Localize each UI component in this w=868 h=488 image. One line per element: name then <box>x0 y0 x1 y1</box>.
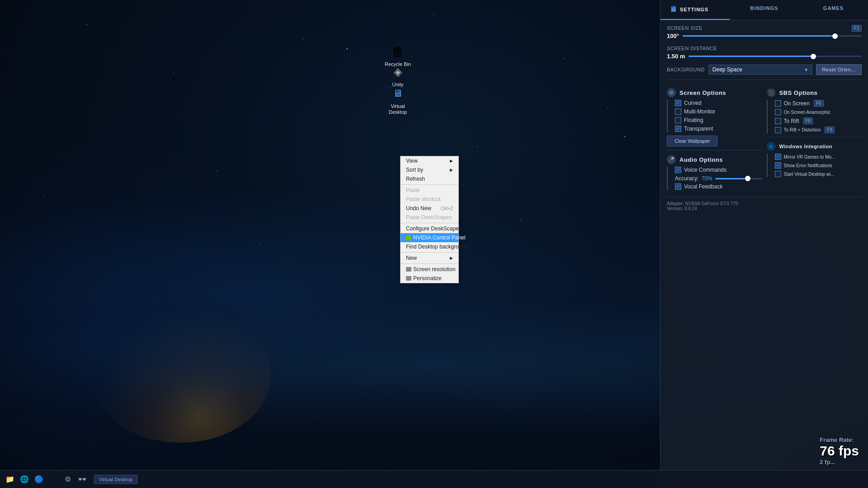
asteroid-glow <box>90 307 271 443</box>
voice-commands-checkbox[interactable]: ✓ <box>675 167 681 173</box>
ctx-nvidia[interactable]: NVIDIA Control Panel <box>401 233 458 242</box>
tab-games[interactable]: GAMES <box>799 0 868 20</box>
clear-wallpaper-button[interactable]: Clear Wallpaper <box>667 136 717 146</box>
background-label: Background <box>667 67 705 72</box>
taskbar-vr-icon[interactable]: 👓 <box>76 473 89 486</box>
divider-bottom <box>667 197 862 197</box>
mirror-vr-label: Mirror VR Games to Mo... <box>784 155 835 160</box>
transparent-checkbox[interactable]: ✓ <box>675 126 681 132</box>
taskbar-folder-icon[interactable]: 📁 <box>4 473 16 486</box>
recycle-bin-icon: 🗑 <box>389 42 407 61</box>
ctx-sep-4 <box>401 263 458 264</box>
ctx-sort-by[interactable]: Sort by <box>401 165 458 174</box>
screen-size-slider[interactable] <box>683 35 862 37</box>
ctx-paste-deskscapes[interactable]: Paste DeskScapes <box>401 213 458 222</box>
audio-options-icon: 🎤 <box>667 155 676 164</box>
sbs-options-title: SBS Options <box>779 89 818 96</box>
sbs-options-icon: ⬛ <box>767 88 776 97</box>
windows-checkboxes: ✓ Mirror VR Games to Mo... ✓ Show Error … <box>767 154 862 177</box>
floating-label: Floating <box>684 117 703 123</box>
taskbar-chrome-icon[interactable]: 🔵 <box>33 473 45 486</box>
checkbox-floating: Floating <box>671 117 762 123</box>
vocal-feedback-checkbox[interactable]: ✓ <box>675 183 681 190</box>
unity-icon: ◈ <box>389 63 407 81</box>
ctx-personalize[interactable]: Personalize <box>401 274 458 283</box>
multi-monitor-checkbox[interactable] <box>675 108 681 115</box>
screen-size-label: Screen Size <box>667 25 703 31</box>
screen-distance-fill <box>689 56 813 57</box>
screen-size-thumb[interactable] <box>832 33 838 39</box>
to-rift-label: To Rift <box>784 118 799 124</box>
accuracy-label: Accuracy: <box>675 175 699 182</box>
desktop-icon-virtual-desktop[interactable]: 🖥 Virtual Desktop <box>380 83 416 117</box>
ctx-paste[interactable]: Paste <box>401 186 458 195</box>
ctx-find-bg[interactable]: Find Desktop background <box>401 242 458 251</box>
monitor-icon: 🖥 <box>670 5 677 14</box>
screen-size-shortcut: F2 <box>852 25 862 32</box>
accuracy-thumb[interactable] <box>745 176 750 181</box>
ctx-view[interactable]: View <box>401 156 458 165</box>
divider-audio <box>667 150 762 150</box>
screen-options-checkboxes: ✓ Curved Multi-Monitor Floating ✓ Transp… <box>667 100 762 132</box>
screen-options-icon: ⚙ <box>667 88 676 97</box>
virtual-desktop-label: Virtual Desktop <box>382 103 414 115</box>
adapter-label: Adapter: <box>667 201 684 206</box>
screen-distance-slider[interactable] <box>689 56 862 57</box>
ctx-paste-shortcut[interactable]: Paste shortcut <box>401 195 458 204</box>
ctx-refresh[interactable]: Refresh <box>401 174 458 183</box>
taskbar-ie-icon[interactable]: 🌐 <box>18 473 31 486</box>
ctx-configure-deskscapes[interactable]: Configure DeskScapes <box>401 224 458 233</box>
checkbox-on-screen-anamorphic: On Screen Anamorphic <box>771 109 862 115</box>
fps-frame-rate-label: Frame Rate: <box>820 436 859 443</box>
taskbar-virtual-desktop-btn[interactable]: Virtual Desktop <box>94 475 137 484</box>
reset-orientation-button[interactable]: Reset Orien... <box>816 64 862 75</box>
checkbox-voice-commands: ✓ Voice Commands <box>671 167 762 173</box>
screen-options-title: Screen Options <box>679 89 726 96</box>
ctx-screen-resolution[interactable]: Screen resolution <box>401 265 458 274</box>
tab-settings[interactable]: 🖥 SETTINGS <box>660 0 730 20</box>
floating-checkbox[interactable] <box>675 117 681 123</box>
taskbar-steam-icon[interactable]: ⚙ <box>61 473 74 486</box>
sbs-options-column: ⬛ SBS Options On Screen F6 On Screen Ana… <box>767 84 862 193</box>
to-rift-checkbox[interactable] <box>775 118 781 124</box>
fps-value: 76 fps <box>820 443 859 459</box>
start-virtual-desktop-label: Start Virtual Desktop wi... <box>784 172 835 177</box>
vocal-feedback-label: Vocal Feedback <box>684 183 722 190</box>
sbs-checkboxes: On Screen F6 On Screen Anamorphic To Rif… <box>767 100 862 133</box>
ctx-sep-2 <box>401 223 458 223</box>
taskbar-music-icon[interactable]: ♪ <box>47 473 60 486</box>
ctx-undo-new[interactable]: Undo New Ctrl+Z <box>401 204 458 213</box>
accuracy-row: Accuracy: 70% <box>671 175 762 182</box>
screen-size-fill <box>683 35 835 37</box>
windows-integration-header: ⊞ Windows Integration <box>767 142 862 151</box>
accuracy-slider[interactable] <box>715 178 762 179</box>
checkbox-vocal-feedback: ✓ Vocal Feedback <box>671 183 762 190</box>
tab-bindings[interactable]: BINDINGS <box>730 0 799 20</box>
version-label: Version: <box>667 206 683 211</box>
checkbox-to-rift-distortion: To Rift + Distortion F9 <box>771 127 862 133</box>
background-dropdown[interactable]: Deep Space ▼ <box>708 65 812 75</box>
on-screen-anamorphic-checkbox[interactable] <box>775 109 781 115</box>
screen-res-icon <box>406 267 411 272</box>
screen-distance-thumb[interactable] <box>811 54 816 59</box>
on-screen-checkbox[interactable] <box>775 100 781 107</box>
to-rift-distortion-label: To Rift + Distortion <box>784 127 821 132</box>
ctx-new[interactable]: New <box>401 253 458 263</box>
panel-content: Screen Size F2 100° Screen Distance 1.50… <box>660 20 868 488</box>
windows-integration-title: Windows Integration <box>779 144 833 149</box>
to-rift-distortion-checkbox[interactable] <box>775 127 781 133</box>
checkbox-multi-monitor: Multi-Monitor <box>671 108 762 115</box>
taskbar: 📁 🌐 🔵 ♪ ⚙ 👓 Virtual Desktop <box>0 470 868 488</box>
on-screen-label: On Screen <box>784 100 810 107</box>
multi-monitor-label: Multi-Monitor <box>684 108 715 115</box>
version-value: 0.9.24 <box>684 206 697 211</box>
checkbox-to-rift: To Rift F8 <box>771 117 862 124</box>
show-error-checkbox[interactable]: ✓ <box>775 162 781 169</box>
start-virtual-desktop-checkbox[interactable] <box>775 171 781 177</box>
voice-commands-label: Voice Commands <box>684 167 726 173</box>
checkbox-curved: ✓ Curved <box>671 100 762 106</box>
fps-overlay: Frame Rate: 76 fps 2 fp... <box>820 436 859 465</box>
curved-checkbox[interactable]: ✓ <box>675 100 681 106</box>
right-panel: 🖥 SETTINGS BINDINGS GAMES Screen Size F2… <box>660 0 868 488</box>
mirror-vr-checkbox[interactable]: ✓ <box>775 154 781 160</box>
